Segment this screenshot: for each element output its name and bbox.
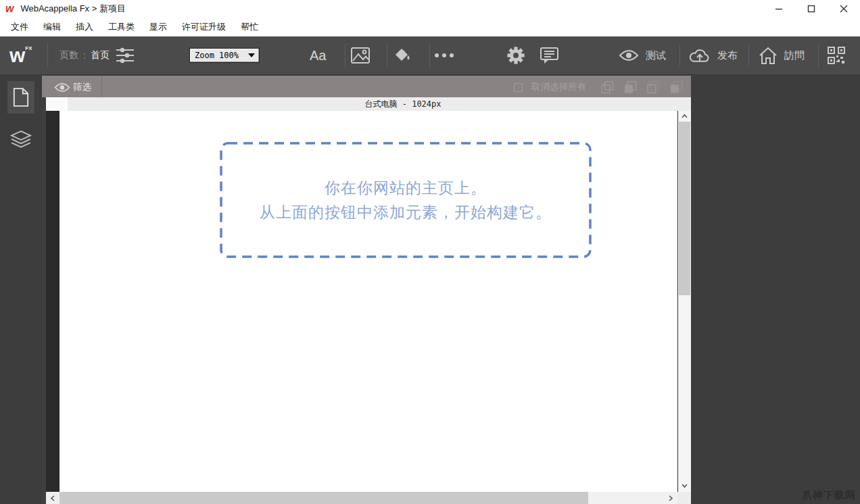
copy-button[interactable] — [600, 77, 615, 97]
minimize-button[interactable] — [763, 0, 795, 18]
menu-item-file[interactable]: 文件 — [3, 21, 36, 33]
zoom-control: Zoom 100% — [189, 36, 260, 74]
toolbar-divider — [429, 43, 430, 68]
minimize-icon — [775, 5, 783, 13]
brand-logo-text: w — [9, 44, 24, 66]
horizontal-scrollbar[interactable] — [42, 492, 691, 504]
duplicate-icon — [646, 80, 661, 95]
publish-label: 发布 — [717, 49, 738, 62]
menu-item-help[interactable]: 帮忙 — [233, 21, 266, 33]
close-button[interactable] — [828, 0, 860, 18]
page-canvas[interactable]: 你在你网站的主页上。 从上面的按钮中添加元素，开始构建它。 — [59, 111, 677, 492]
placeholder-line-1: 你在你网站的主页上。 — [325, 176, 487, 200]
chevron-up-icon — [682, 114, 688, 118]
menu-item-license-upgrade[interactable]: 许可证升级 — [174, 21, 233, 33]
sidebar-item-page[interactable] — [7, 81, 34, 114]
eye-icon — [54, 82, 70, 93]
ruler-corner — [46, 97, 68, 111]
qr-code-icon — [828, 47, 845, 64]
horizontal-scroll-thumb[interactable] — [59, 492, 588, 504]
window-title: WebAcappella Fx > 新项目 — [20, 3, 125, 15]
scroll-up-button[interactable] — [678, 111, 691, 122]
qr-code-button[interactable] — [828, 36, 845, 74]
toolbar-divider — [345, 43, 345, 68]
image-icon — [351, 47, 370, 64]
empty-page-placeholder[interactable]: 你在你网站的主页上。 从上面的按钮中添加元素，开始构建它。 — [220, 142, 592, 258]
maximize-icon — [807, 5, 815, 13]
scroll-down-button[interactable] — [678, 480, 691, 491]
pages-indicator[interactable]: 页数 : 首页 — [59, 36, 110, 74]
left-sidebar — [0, 74, 42, 504]
comments-button[interactable] — [540, 36, 558, 74]
brand-logo-superscript: FX — [25, 45, 32, 51]
filter-bar-divider — [101, 76, 102, 97]
menu-item-tools[interactable]: 工具类 — [101, 21, 142, 33]
chevron-right-icon — [669, 495, 673, 501]
document-icon — [13, 87, 29, 107]
filter-label[interactable]: 筛选 — [73, 77, 91, 97]
vertical-scroll-thumb[interactable] — [679, 122, 690, 295]
sidebar-item-layers[interactable] — [10, 130, 32, 150]
window-titlebar: w WebAcappella Fx > 新项目 — [0, 0, 860, 18]
paste-icon — [623, 80, 638, 95]
text-tool-button[interactable]: Aa — [310, 36, 326, 74]
placeholder-text: 你在你网站的主页上。 从上面的按钮中添加元素，开始构建它。 — [220, 142, 592, 258]
main-toolbar: wFX 页数 : 首页 Zoom 100% Aa — [0, 36, 860, 74]
right-panel: 爪神下载网 — [691, 74, 860, 504]
close-icon — [840, 5, 848, 13]
chevron-down-icon — [682, 484, 688, 488]
filter-bar: 筛选 取消选择所有 — [42, 74, 691, 97]
pages-label: 页数 — [59, 49, 78, 61]
background-fill-button[interactable] — [393, 36, 412, 74]
zoom-dropdown[interactable]: Zoom 100% — [189, 48, 260, 63]
placeholder-line-2: 从上面的按钮中添加元素，开始构建它。 — [260, 200, 552, 224]
settings-button[interactable] — [507, 36, 525, 74]
menu-item-view[interactable]: 显示 — [142, 21, 174, 33]
eye-icon — [619, 49, 639, 61]
toolbar-divider — [387, 43, 387, 68]
comment-icon — [540, 47, 558, 64]
canvas-viewport: 台式电脑 - 1024px 你在你网站的主页上。 从上面的按钮中添加元素，开始构… — [42, 97, 691, 504]
filter-button[interactable] — [54, 77, 70, 97]
canvas-gutter — [46, 111, 59, 492]
watermark-text: 爪神下载网 — [802, 489, 856, 502]
selection-square-icon — [514, 83, 523, 92]
pages-separator: : — [83, 50, 86, 61]
publish-button[interactable]: 发布 — [689, 36, 738, 74]
toolbar-divider — [47, 43, 48, 68]
cloud-upload-icon — [689, 47, 711, 64]
toolbar-divider — [748, 45, 749, 66]
visit-button[interactable]: 訪問 — [759, 36, 805, 74]
scroll-left-button[interactable] — [46, 492, 59, 504]
image-tool-button[interactable] — [351, 36, 370, 74]
paint-bucket-icon — [393, 47, 412, 64]
test-button[interactable]: 测试 — [619, 36, 666, 74]
scrollbar-corner — [677, 492, 691, 504]
layers-icon — [10, 130, 32, 150]
deselect-all-button[interactable]: 取消选择所有 — [531, 77, 586, 97]
menu-item-edit[interactable]: 编辑 — [36, 21, 68, 33]
clone-style-icon — [669, 80, 684, 95]
brand-logo: wFX — [9, 36, 32, 74]
more-tools-button[interactable] — [434, 36, 454, 74]
more-icon — [434, 53, 454, 58]
gear-icon — [507, 47, 525, 64]
maximize-button[interactable] — [795, 0, 828, 18]
current-page-name: 首页 — [91, 49, 110, 61]
test-label: 测试 — [646, 49, 666, 62]
copy-icon — [600, 80, 615, 95]
workspace: 筛选 取消选择所有 — [0, 74, 860, 504]
menu-bar: 文件 编辑 插入 工具类 显示 许可证升级 帮忙 — [0, 18, 860, 36]
vertical-scrollbar[interactable] — [678, 111, 691, 492]
clone-style-button[interactable] — [669, 77, 684, 97]
sliders-icon — [116, 47, 134, 64]
menu-item-insert[interactable]: 插入 — [68, 21, 101, 33]
paste-button[interactable] — [623, 77, 638, 97]
zoom-value: Zoom 100% — [195, 51, 239, 60]
chevron-left-icon — [51, 495, 55, 501]
scroll-right-button[interactable] — [664, 492, 677, 504]
duplicate-button[interactable] — [646, 77, 661, 97]
deselect-icon-button — [514, 77, 523, 97]
page-settings-button[interactable] — [116, 36, 134, 74]
window-controls — [763, 0, 860, 18]
